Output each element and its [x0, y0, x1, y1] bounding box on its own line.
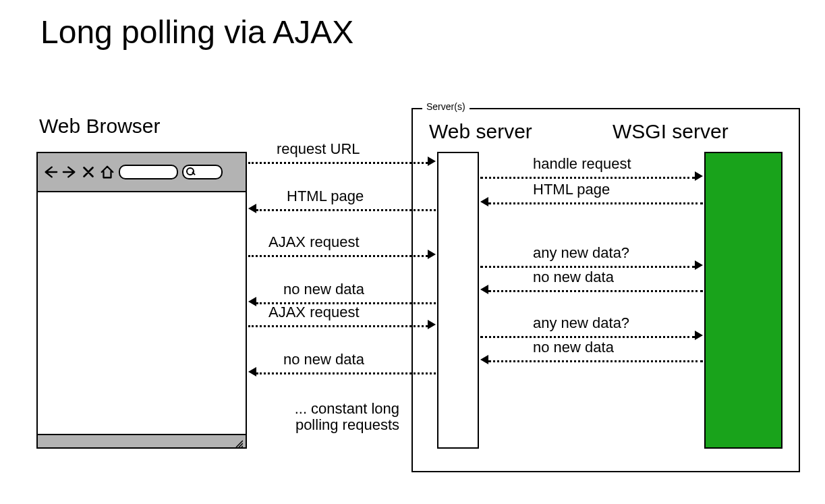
- msg-any-new-data-1: any new data?: [533, 244, 629, 262]
- arrow-head-left-icon: [480, 197, 488, 206]
- arrow-head-right-icon: [428, 157, 436, 166]
- servers-group-label: Server(s): [422, 101, 470, 112]
- arrow-line: [248, 162, 428, 164]
- wsgi-lifeline: [704, 152, 783, 449]
- msg-handle-request: handle request: [533, 155, 631, 173]
- arrow-line: [248, 325, 428, 327]
- arrow-head-right-icon: [695, 260, 703, 270]
- arrow-head-right-icon: [695, 331, 703, 340]
- footnote: ... constant long polling requests: [264, 401, 399, 433]
- arrow-line: [480, 177, 695, 179]
- forward-arrow-icon: [62, 165, 77, 179]
- arrow-head-right-icon: [695, 171, 703, 181]
- arrow-head-left-icon: [248, 297, 256, 306]
- webserver-label: Web server: [429, 120, 532, 143]
- arrow-head-left-icon: [248, 204, 256, 213]
- msg-html-page-left: HTML page: [287, 188, 364, 205]
- arrow-line: [256, 372, 436, 374]
- home-icon: [100, 165, 115, 179]
- arrow-line: [256, 209, 436, 211]
- msg-ajax-request-2: AJAX request: [268, 304, 360, 321]
- arrow-head-left-icon: [248, 367, 256, 376]
- browser-statusbar: [38, 434, 246, 447]
- arrow-head-right-icon: [428, 250, 436, 259]
- browser-mock: [36, 152, 247, 449]
- arrow-head-left-icon: [480, 285, 488, 294]
- arrow-head-left-icon: [480, 355, 488, 364]
- back-arrow-icon: [43, 165, 58, 179]
- wsgi-label: WSGI server: [613, 120, 729, 143]
- arrow-line: [480, 266, 695, 268]
- browser-toolbar: [38, 153, 246, 192]
- arrow-line: [488, 360, 703, 362]
- resize-grip-icon: [235, 438, 243, 446]
- msg-html-page-right: HTML page: [533, 181, 610, 198]
- arrow-line: [248, 255, 428, 257]
- browser-label: Web Browser: [39, 115, 161, 138]
- diagram-canvas: Long polling via AJAX Web Browser: [0, 0, 825, 504]
- arrow-head-right-icon: [428, 320, 436, 329]
- search-bar: [182, 165, 223, 179]
- address-bar: [119, 165, 178, 179]
- msg-no-new-data-2: no new data: [283, 351, 364, 368]
- msg-no-new-data-r2: no new data: [533, 339, 614, 356]
- arrow-line: [480, 336, 695, 338]
- footnote-line2: polling requests: [295, 416, 399, 433]
- arrow-line: [488, 202, 703, 204]
- msg-any-new-data-2: any new data?: [533, 314, 629, 332]
- page-title: Long polling via AJAX: [40, 13, 353, 51]
- webserver-lifeline: [437, 152, 479, 449]
- msg-request-url: request URL: [277, 140, 360, 158]
- arrow-line: [488, 290, 703, 292]
- stop-icon: [81, 165, 96, 179]
- msg-no-new-data-1: no new data: [283, 281, 364, 298]
- msg-no-new-data-r1: no new data: [533, 269, 614, 286]
- msg-ajax-request-1: AJAX request: [268, 233, 360, 251]
- footnote-line1: ... constant long: [295, 400, 399, 417]
